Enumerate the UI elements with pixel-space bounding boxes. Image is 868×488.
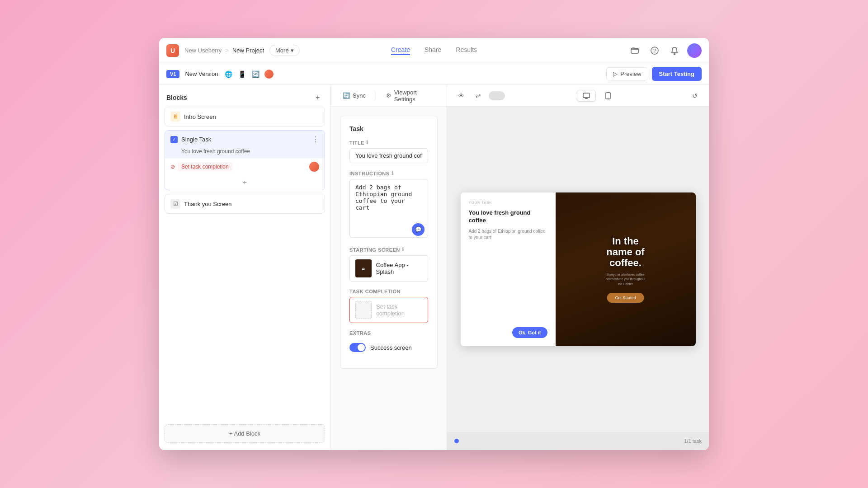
center-content-area: Task TITLE ℹ INSTRUCTIONS ℹ (331, 107, 447, 450)
success-screen-label: Success screen (370, 344, 412, 351)
completion-placeholder-text: Set task completion (376, 303, 422, 317)
success-screen-toggle[interactable] (349, 343, 366, 352)
instructions-info-icon[interactable]: ℹ (392, 170, 394, 176)
thank-you-label: Thank you Screen (184, 201, 232, 207)
title-info-icon[interactable]: ℹ (366, 140, 368, 145)
sub-navigation: V1 New Version 🌐 📱 🔄 ▷ Preview Start Tes… (159, 63, 709, 85)
single-task-block: ✓ Single Task ⋮ You love fresh ground co… (165, 130, 325, 190)
add-block-button[interactable]: + Add Block (165, 424, 325, 443)
add-block-icon-button[interactable]: + (312, 92, 323, 103)
tab-bar: Create Share Results (391, 46, 477, 55)
tab-results[interactable]: Results (456, 46, 477, 55)
version-badge: V1 (166, 70, 179, 78)
starting-screen-info-icon[interactable]: ℹ (402, 247, 404, 253)
center-toolbar: 🔄 Sync ⚙ Viewport Settings (331, 85, 447, 107)
desktop-device-button[interactable] (577, 90, 596, 102)
preview-content: YOUR TASK You love fresh ground coffee A… (447, 107, 709, 432)
task-completion-selector[interactable]: Set task completion (349, 297, 428, 323)
svg-point-3 (674, 53, 675, 54)
sync-icon[interactable]: 🔄 (250, 69, 260, 79)
globe-icon[interactable]: 🌐 (223, 69, 233, 79)
sync-button[interactable]: 🔄 Sync (338, 89, 370, 102)
comment-button[interactable]: 💬 (412, 223, 425, 236)
thank-you-icon: ☑ (170, 199, 180, 209)
blocks-sidebar: Blocks + 🖥 Intro Screen ✓ Single Task (159, 85, 331, 450)
preview-toggle[interactable] (489, 91, 505, 100)
coffee-app-content: In the name of coffee. Everyone who love… (562, 236, 689, 303)
task-more-icon[interactable]: ⋮ (312, 135, 319, 144)
sub-nav-icons: 🌐 📱 🔄 (223, 69, 274, 79)
coffee-subtext: Everyone who loves coffeeheres where you… (562, 272, 689, 287)
task-checkbox[interactable]: ✓ (170, 136, 178, 143)
svg-point-6 (608, 98, 609, 99)
starting-screen-section: STARTING SCREEN ℹ ☕ Coffee App - Splash (349, 247, 428, 282)
start-testing-button[interactable]: Start Testing (652, 67, 702, 81)
instructions-label: INSTRUCTIONS ℹ (349, 170, 428, 176)
notification-icon[interactable] (667, 43, 682, 58)
task-overlay: YOUR TASK You love fresh ground coffee A… (461, 192, 556, 346)
task-completion-warning: Set task completion (178, 162, 232, 171)
starting-screen-selector[interactable]: ☕ Coffee App - Splash (349, 255, 428, 282)
preview-button[interactable]: ▷ Preview (606, 67, 648, 80)
intro-screen-label: Intro Screen (184, 113, 216, 120)
version-label: New Version (185, 70, 218, 77)
tab-share[interactable]: Share (425, 46, 441, 55)
svg-rect-4 (583, 93, 590, 98)
extras-label: EXTRAS (349, 330, 428, 336)
viewport-icon: ⚙ (386, 92, 392, 99)
title-section: TITLE ℹ (349, 140, 428, 163)
task-completion-label: TASK COMPLETION (349, 289, 428, 294)
svg-rect-0 (631, 48, 638, 53)
single-task-header[interactable]: ✓ Single Task ⋮ (165, 131, 325, 148)
task-overlay-description: Add 2 bags of Ethiopian ground coffee to… (469, 228, 547, 241)
starting-screen-label: STARTING SCREEN ℹ (349, 247, 428, 253)
main-content: Blocks + 🖥 Intro Screen ✓ Single Task (159, 85, 709, 450)
your-task-label: YOUR TASK (469, 201, 547, 205)
eye-icon[interactable]: 👁 (454, 89, 468, 103)
intro-screen-icon: 🖥 (170, 112, 180, 122)
breadcrumb-parent: New Useberry (184, 47, 222, 54)
starting-screen-name: Coffee App - Splash (376, 262, 422, 275)
user-avatar[interactable] (687, 43, 702, 58)
ok-got-it-button[interactable]: Ok, Got it (512, 327, 547, 338)
top-navigation: U New Useberry > New Project More ▾ Crea… (159, 38, 709, 63)
sidebar-scroll-area: 🖥 Intro Screen ✓ Single Task ⋮ You love … (159, 107, 330, 421)
mobile-device-button[interactable] (599, 90, 617, 102)
device-preview: YOUR TASK You love fresh ground coffee A… (461, 192, 696, 346)
progress-text: 1/1 task (684, 438, 702, 444)
blocks-title: Blocks (166, 94, 187, 101)
nav-right-actions: ? (627, 43, 702, 58)
viewport-settings-button[interactable]: ⚙ Viewport Settings (382, 86, 439, 105)
reset-icon[interactable]: ↺ (688, 89, 702, 103)
more-button[interactable]: More ▾ (269, 45, 300, 56)
single-task-title: Single Task (181, 136, 308, 143)
coffee-get-started-button[interactable]: Get Started (607, 293, 644, 303)
app-logo: U (166, 44, 179, 57)
toggle-knob (358, 344, 365, 351)
extras-section: EXTRAS Success screen (349, 330, 428, 352)
swap-icon[interactable]: ⇄ (472, 89, 485, 103)
preview-bottom-bar: 1/1 task (447, 432, 709, 450)
navigation-dot[interactable] (454, 439, 459, 443)
sync-icon: 🔄 (343, 92, 350, 99)
single-task-subtitle: You love fresh ground coffee (165, 148, 325, 158)
error-icon: ⊘ (170, 164, 175, 170)
svg-text:?: ? (653, 48, 656, 53)
folder-icon[interactable] (627, 43, 642, 58)
task-panel-title: Task (349, 125, 428, 132)
help-icon[interactable]: ? (647, 43, 662, 58)
sidebar-item-thank-you-screen[interactable]: ☑ Thank you Screen (165, 194, 325, 214)
task-add-button[interactable]: + (240, 177, 250, 188)
task-overlay-title: You love fresh ground coffee (469, 209, 547, 225)
breadcrumb-current: New Project (232, 47, 264, 54)
device-icons[interactable]: 📱 (237, 69, 247, 79)
avatar-small-icon[interactable] (264, 69, 274, 79)
title-input[interactable] (349, 148, 428, 163)
sidebar-header: Blocks + (159, 85, 330, 107)
tab-create[interactable]: Create (391, 46, 410, 55)
instructions-section: INSTRUCTIONS ℹ Add 2 bags of Ethiopian g… (349, 170, 428, 239)
title-label: TITLE ℹ (349, 140, 428, 145)
toolbar-divider (376, 91, 376, 100)
sidebar-item-intro-screen[interactable]: 🖥 Intro Screen (165, 107, 325, 127)
task-completion-section: TASK COMPLETION Set task completion (349, 289, 428, 323)
